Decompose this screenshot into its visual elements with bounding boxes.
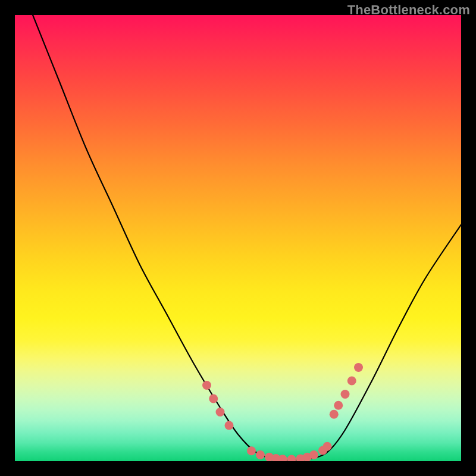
curve-layer [15, 15, 461, 461]
marker-dot [341, 390, 350, 399]
plot-area [15, 15, 461, 461]
chart-stage: TheBottleneck.com [0, 0, 476, 476]
bottleneck-curve [33, 15, 461, 461]
marker-dot [323, 442, 332, 451]
marker-dot [256, 450, 265, 459]
marker-dot [216, 408, 225, 416]
marker-dot [202, 381, 211, 390]
marker-dot [330, 410, 339, 419]
marker-dot [247, 446, 256, 455]
marker-dot [309, 450, 318, 459]
highlight-points [202, 363, 363, 461]
marker-dot [334, 401, 343, 410]
marker-dot [209, 394, 218, 403]
watermark-text: TheBottleneck.com [347, 2, 470, 18]
marker-dot [287, 455, 296, 462]
marker-dot [347, 377, 356, 386]
marker-dot [278, 455, 287, 461]
marker-dot [225, 421, 234, 430]
marker-dot [354, 363, 363, 372]
